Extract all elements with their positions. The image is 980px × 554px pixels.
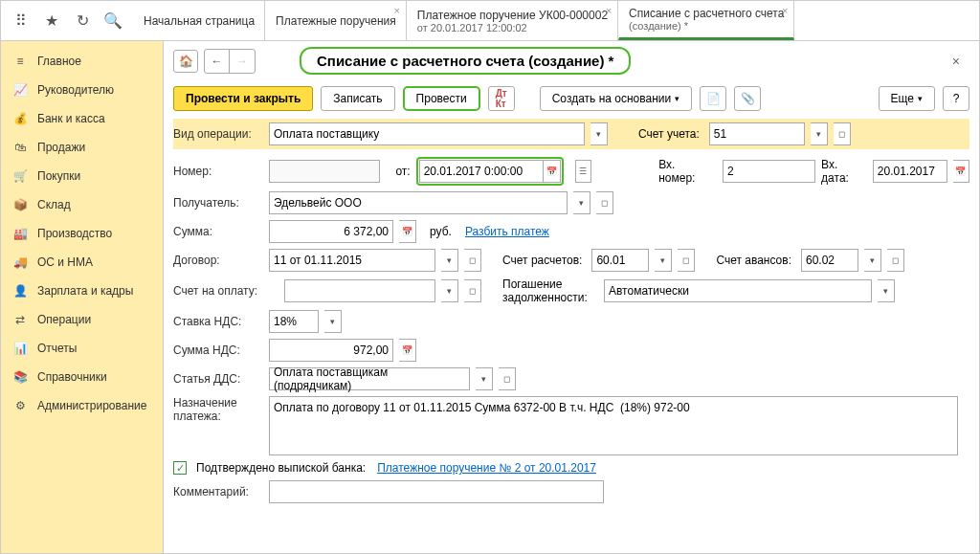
nav-icon: 📦 bbox=[12, 198, 28, 211]
nav-label: Банк и касса bbox=[37, 112, 105, 125]
nav-label: Производство bbox=[37, 227, 112, 240]
op-type-field[interactable]: Оплата поставщику bbox=[269, 122, 585, 145]
settlement-field[interactable]: 60.01 bbox=[591, 249, 649, 272]
nav-label: Покупки bbox=[37, 169, 80, 183]
topbar: ⠿ ★ ↻ 🔍 Начальная страница Платежные пор… bbox=[1, 1, 979, 41]
dropdown-icon[interactable]: ▾ bbox=[324, 310, 342, 333]
in-number-field[interactable]: 2 bbox=[723, 160, 815, 183]
sidebar-item-0[interactable]: ≡Главное bbox=[1, 47, 163, 76]
calendar-icon[interactable]: 📅 bbox=[544, 160, 561, 183]
from-label: от: bbox=[395, 165, 410, 178]
sidebar-item-4[interactable]: 🛒Покупки bbox=[1, 162, 163, 190]
search-icon[interactable]: 🔍 bbox=[104, 12, 122, 30]
contract-label: Договор: bbox=[173, 254, 263, 267]
home-button[interactable]: 🏠 bbox=[173, 50, 198, 73]
nav-label: Главное bbox=[37, 55, 81, 68]
dropdown-icon[interactable]: ▾ bbox=[811, 122, 828, 145]
history-icon[interactable]: ↻ bbox=[74, 12, 91, 30]
confirmed-checkbox[interactable]: ✓ bbox=[173, 461, 187, 475]
in-date-field[interactable]: 20.01.2017 bbox=[873, 160, 947, 183]
toolbar: Провести и закрыть Записать Провести ДтК… bbox=[164, 80, 979, 117]
settlement-label: Счет расчетов: bbox=[502, 254, 582, 267]
extra-icon[interactable]: ☰ bbox=[575, 160, 591, 183]
sidebar-item-6[interactable]: 🏭Производство bbox=[1, 219, 163, 248]
dropdown-icon[interactable]: ▾ bbox=[573, 191, 590, 214]
close-icon[interactable]: × bbox=[782, 5, 788, 16]
sidebar-item-1[interactable]: 📈Руководителю bbox=[1, 76, 163, 104]
debt-label: Погашение задолженности: bbox=[502, 277, 598, 304]
dropdown-icon[interactable]: ▾ bbox=[655, 249, 672, 272]
close-icon[interactable]: × bbox=[393, 5, 399, 16]
print-button[interactable]: 📄 bbox=[700, 86, 726, 111]
apps-icon[interactable]: ⠿ bbox=[12, 12, 30, 30]
dds-field[interactable]: Оплата поставщикам (подрядчикам) bbox=[269, 367, 470, 390]
sidebar-item-8[interactable]: 👤Зарплата и кадры bbox=[1, 277, 163, 305]
open-icon[interactable]: ◻ bbox=[887, 249, 904, 272]
tabs: Начальная страница Платежные поручения ×… bbox=[133, 1, 979, 40]
nav-icon: 🚚 bbox=[12, 255, 28, 269]
calc-icon[interactable]: 📅 bbox=[399, 220, 416, 243]
dropdown-icon[interactable]: ▾ bbox=[590, 122, 608, 145]
dropdown-icon[interactable]: ▾ bbox=[476, 367, 493, 390]
dds-label: Статья ДДС: bbox=[173, 372, 263, 386]
sidebar-item-10[interactable]: 📊Отчеты bbox=[1, 334, 163, 363]
sidebar-item-5[interactable]: 📦Склад bbox=[1, 190, 163, 219]
tab-payment-orders[interactable]: Платежные поручения × bbox=[265, 1, 407, 40]
purpose-label: Назначение платежа: bbox=[173, 396, 263, 423]
contract-field[interactable]: 11 от 01.11.2015 bbox=[269, 249, 435, 272]
vat-sum-field[interactable]: 972,00 bbox=[269, 339, 393, 362]
date-field[interactable]: 20.01.2017 0:00:00 bbox=[419, 160, 544, 183]
dt-kt-button[interactable]: ДтКт bbox=[488, 86, 515, 111]
star-icon[interactable]: ★ bbox=[43, 12, 60, 30]
vat-rate-field[interactable]: 18% bbox=[269, 310, 319, 333]
number-field[interactable] bbox=[269, 160, 380, 183]
sidebar-item-9[interactable]: ⇄Операции bbox=[1, 305, 163, 334]
sum-label: Сумма: bbox=[173, 225, 263, 238]
comment-field[interactable] bbox=[269, 480, 604, 503]
save-button[interactable]: Записать bbox=[321, 86, 394, 111]
post-and-close-button[interactable]: Провести и закрыть bbox=[173, 86, 313, 111]
back-button[interactable]: ← bbox=[205, 50, 230, 73]
open-icon[interactable]: ◻ bbox=[464, 249, 481, 272]
confirmed-link[interactable]: Платежное поручение № 2 от 20.01.2017 bbox=[377, 461, 596, 475]
dropdown-icon[interactable]: ▾ bbox=[864, 249, 881, 272]
calc-icon[interactable]: 📅 bbox=[399, 339, 416, 362]
dropdown-icon[interactable]: ▾ bbox=[441, 249, 458, 272]
sidebar-item-2[interactable]: 💰Банк и касса bbox=[1, 104, 163, 133]
recipient-field[interactable]: Эдельвейс ООО bbox=[269, 191, 568, 214]
create-based-button[interactable]: Создать на основании ▾ bbox=[540, 86, 693, 111]
forward-button[interactable]: → bbox=[230, 50, 255, 73]
tab-home[interactable]: Начальная страница bbox=[133, 1, 265, 40]
sidebar-item-3[interactable]: 🛍Продажи bbox=[1, 133, 163, 162]
debt-field[interactable]: Автоматически bbox=[604, 279, 872, 302]
currency-label: руб. bbox=[430, 225, 452, 238]
help-button[interactable]: ? bbox=[943, 86, 969, 111]
calendar-icon[interactable]: 📅 bbox=[953, 160, 969, 183]
tab-writeoff[interactable]: Списание с расчетного счета (создание) *… bbox=[618, 1, 794, 40]
recipient-label: Получатель: bbox=[173, 196, 263, 210]
sidebar-item-11[interactable]: 📚Справочники bbox=[1, 363, 163, 391]
close-icon[interactable]: × bbox=[952, 54, 960, 69]
attach-button[interactable]: 📎 bbox=[734, 86, 761, 111]
nav-icon: 🏭 bbox=[12, 227, 28, 240]
account-field[interactable]: 51 bbox=[709, 122, 805, 145]
sidebar-item-12[interactable]: ⚙Администрирование bbox=[1, 391, 163, 420]
invoice-label: Счет на оплату: bbox=[173, 284, 278, 298]
post-button[interactable]: Провести bbox=[403, 86, 480, 111]
open-icon[interactable]: ◻ bbox=[678, 249, 695, 272]
tab-payment-order-doc[interactable]: Платежное поручение УК00-000002 от 20.01… bbox=[407, 1, 618, 40]
sum-field[interactable]: 6 372,00 bbox=[269, 220, 393, 243]
purpose-field[interactable] bbox=[269, 396, 958, 455]
dropdown-icon[interactable]: ▾ bbox=[441, 279, 458, 302]
sidebar-item-7[interactable]: 🚚ОС и НМА bbox=[1, 248, 163, 277]
dropdown-icon[interactable]: ▾ bbox=[878, 279, 895, 302]
invoice-field[interactable] bbox=[284, 279, 435, 302]
open-icon[interactable]: ◻ bbox=[834, 122, 851, 145]
open-icon[interactable]: ◻ bbox=[596, 191, 613, 214]
advance-field[interactable]: 60.02 bbox=[801, 249, 858, 272]
more-button[interactable]: Еще ▾ bbox=[879, 86, 935, 111]
close-icon[interactable]: × bbox=[606, 5, 612, 16]
split-payment-link[interactable]: Разбить платеж bbox=[465, 225, 549, 238]
open-icon[interactable]: ◻ bbox=[464, 279, 481, 302]
open-icon[interactable]: ◻ bbox=[499, 367, 516, 390]
